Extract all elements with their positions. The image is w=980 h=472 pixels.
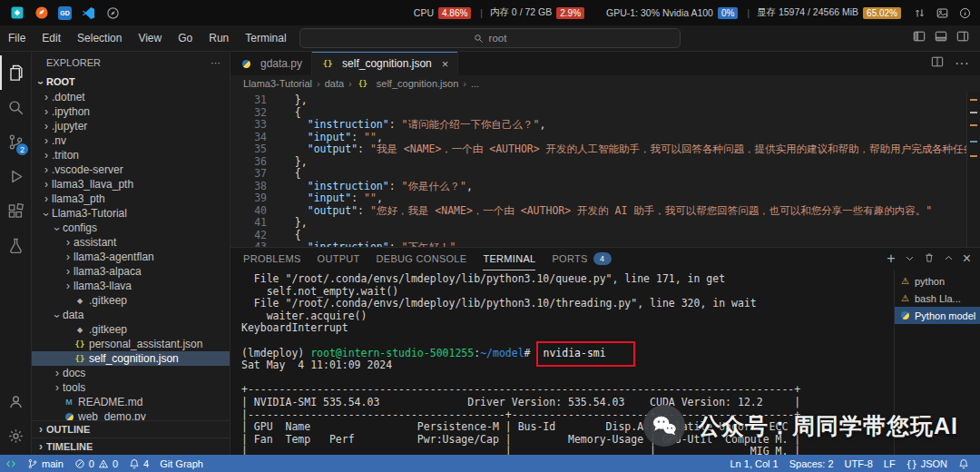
tree-item-llama3-alpaca[interactable]: ›llama3-alpaca [32, 264, 230, 279]
terminal-instance-label: python [915, 276, 945, 287]
trash-icon[interactable] [924, 251, 935, 267]
more-actions-icon[interactable]: ··· [211, 57, 220, 68]
tree-item-data[interactable]: ›data [32, 308, 230, 322]
status-left: main004Git Graph [0, 455, 209, 472]
remote-icon [5, 458, 16, 469]
network-traffic-icon[interactable] [914, 7, 926, 19]
tree-item-readme-md[interactable]: MREADME.md [32, 395, 230, 409]
stat-value-badge: 2.9% [556, 7, 584, 19]
tree-item-gitkeep[interactable]: ◆.gitkeep [32, 322, 230, 337]
tree-item-llama3-pth[interactable]: ›llama3_pth [32, 192, 230, 206]
tree-item-llama3-tutorial[interactable]: ›Llama3-Tutorial [32, 206, 230, 221]
breadcrumb-item[interactable]: ... [471, 78, 479, 89]
account-icon[interactable] [0, 384, 31, 418]
status-git-graph[interactable]: Git Graph [154, 455, 209, 472]
studio-logo-icon[interactable] [9, 5, 24, 21]
panel-tab-terminal[interactable]: TERMINAL [483, 248, 535, 270]
panel-tab-ports[interactable]: PORTS4 [552, 248, 611, 270]
new-terminal-icon[interactable]: + [887, 251, 895, 267]
status-branch[interactable]: main [22, 455, 69, 472]
more-actions-icon[interactable]: ··· [955, 55, 969, 72]
panel-tab-debug-console[interactable]: DEBUG CONSOLE [377, 248, 467, 270]
source-control-activity-icon[interactable]: 2 [0, 124, 31, 159]
tree-item-llama3-agentflan[interactable]: ›llama3-agentflan [32, 250, 230, 264]
status-cursor-position[interactable]: Ln 1, Col 1 [724, 455, 783, 472]
chevron-right-icon: › [41, 163, 52, 176]
menu-run[interactable]: Run [201, 25, 237, 51]
tree-item-docs[interactable]: ›docs [32, 366, 230, 380]
status-notifications[interactable] [953, 455, 975, 472]
tree-item-label: self_cognition.json [89, 352, 179, 365]
menu-go[interactable]: Go [170, 25, 201, 51]
menu-terminal[interactable]: Terminal [237, 25, 294, 51]
tree-item-triton[interactable]: ›.triton [32, 148, 230, 162]
search-activity-icon[interactable] [0, 90, 31, 124]
chevron-down-icon[interactable] [905, 251, 915, 267]
tree-item-self-cognition-json[interactable]: {}self_cognition.json [32, 351, 230, 366]
status-language-mode[interactable]: {}JSON [901, 455, 953, 472]
settings-gear-icon[interactable] [0, 418, 31, 453]
breadcrumb-item[interactable]: self_cognition.json [377, 78, 459, 89]
toggle-secondary-sidebar-icon[interactable] [956, 30, 969, 46]
close-panel-icon[interactable]: × [963, 251, 971, 267]
tree-item-tools[interactable]: ›tools [32, 380, 230, 395]
tree-item-gitkeep[interactable]: ◆.gitkeep [32, 293, 230, 308]
tree-item-nv[interactable]: ›.nv [32, 133, 230, 148]
minimap[interactable] [966, 92, 980, 247]
layout-controls [913, 30, 980, 46]
tab-gdata-py[interactable]: gdata.py [230, 52, 312, 75]
status-text: Git Graph [160, 458, 203, 469]
panel-tab-output[interactable]: OUTPUT [318, 248, 360, 270]
tab-self-cognition-json[interactable]: {}self_cognition.json× [312, 52, 458, 75]
tree-item-llama3-llava[interactable]: ›llama3-llava [32, 279, 230, 293]
outline-section-header[interactable]: › OUTLINE [32, 420, 230, 438]
terminal-instance-python-model[interactable]: Python model [895, 307, 980, 324]
menu-file[interactable]: File [0, 25, 34, 51]
status-notifications-count[interactable]: 4 [123, 455, 154, 472]
run-debug-activity-icon[interactable] [0, 159, 31, 193]
jupyter-icon[interactable] [34, 5, 49, 21]
terminal-instance-python[interactable]: ⚠python [895, 272, 980, 290]
toggle-panel-icon[interactable] [935, 30, 947, 46]
tree-item-assistant[interactable]: ›assistant [32, 235, 230, 250]
menu-edit[interactable]: Edit [34, 25, 69, 51]
menu-view[interactable]: View [130, 25, 170, 51]
panel-tab-problems[interactable]: PROBLEMS [243, 248, 301, 270]
timeline-section-header[interactable]: › TIMELINE [32, 438, 230, 455]
tree-item-vscode-server[interactable]: ›.vscode-server [32, 162, 230, 177]
breadcrumb-item[interactable]: data [325, 78, 344, 89]
terminal-instance-bash-lla[interactable]: ⚠bash Lla... [895, 290, 980, 307]
status-indentation[interactable]: Spaces: 2 [784, 455, 839, 472]
code-editor[interactable]: 31 },32 {33 "instruction": "请问能介绍一下你自己么？… [230, 92, 980, 247]
status-problems[interactable]: 00 [69, 455, 123, 472]
vscode-icon[interactable] [81, 5, 96, 21]
root-section-header[interactable]: › ROOT [32, 74, 230, 90]
status-eol[interactable]: LF [878, 455, 901, 472]
toggle-sidebar-icon[interactable] [913, 30, 926, 46]
tree-item-web-demo-py[interactable]: web_demo.py [32, 409, 230, 420]
status-encoding[interactable]: UTF-8 [839, 455, 878, 472]
snapshot-icon[interactable] [936, 7, 948, 19]
panel-tabs: PROBLEMSOUTPUTDEBUG CONSOLETERMINALPORTS… [243, 248, 628, 270]
breadcrumb-item[interactable]: Llama3-Tutorial [243, 78, 312, 89]
tree-item-ipython[interactable]: ›.ipython [32, 104, 230, 119]
tree-item-personal-assistant-json[interactable]: {}personal_assistant.json [32, 337, 230, 351]
tree-item-configs[interactable]: ›configs [32, 221, 230, 235]
close-icon[interactable]: × [442, 58, 449, 70]
maximize-panel-icon[interactable] [944, 251, 954, 267]
compass-icon[interactable] [105, 5, 121, 21]
tree-item-dotnet[interactable]: ›.dotnet [32, 90, 230, 104]
command-center-search[interactable]: root [299, 28, 681, 48]
explorer-activity-icon[interactable] [0, 55, 31, 90]
file-icon: ◆ [74, 326, 86, 334]
status-remote[interactable] [0, 455, 22, 472]
extensions-activity-icon[interactable] [0, 193, 31, 228]
tree-item-llama3-llava-pth[interactable]: ›llama3_llava_pth [32, 177, 230, 192]
menu-selection[interactable]: Selection [69, 25, 130, 51]
split-editor-icon[interactable] [931, 55, 944, 72]
info-icon[interactable] [959, 7, 971, 19]
token: "instruction" [308, 118, 389, 131]
code-badge-icon[interactable]: GD [58, 6, 72, 20]
testing-activity-icon[interactable] [0, 228, 31, 262]
tree-item-jupyter[interactable]: ›.jupyter [32, 119, 230, 133]
